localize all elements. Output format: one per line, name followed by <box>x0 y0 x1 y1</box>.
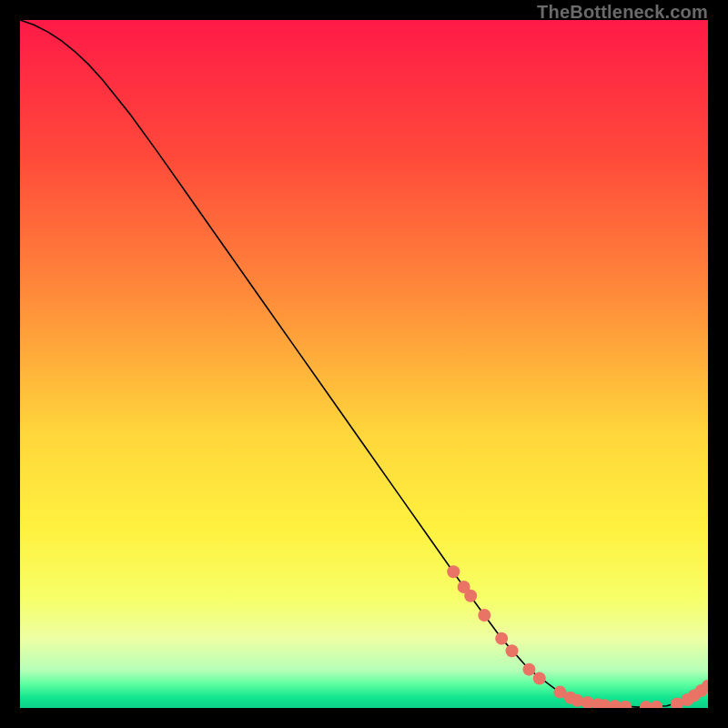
chart-stage: TheBottleneck.com <box>0 0 728 728</box>
watermark-text: TheBottleneck.com <box>537 2 708 23</box>
marker-point <box>533 672 546 684</box>
marker-point <box>447 565 460 578</box>
marker-point <box>522 663 535 676</box>
marker-point <box>495 632 508 645</box>
gradient-background <box>20 20 708 708</box>
marker-point <box>464 590 477 602</box>
marker-point <box>478 609 490 622</box>
chart-svg <box>20 20 708 708</box>
plot-area <box>20 20 708 708</box>
marker-point <box>506 644 519 657</box>
